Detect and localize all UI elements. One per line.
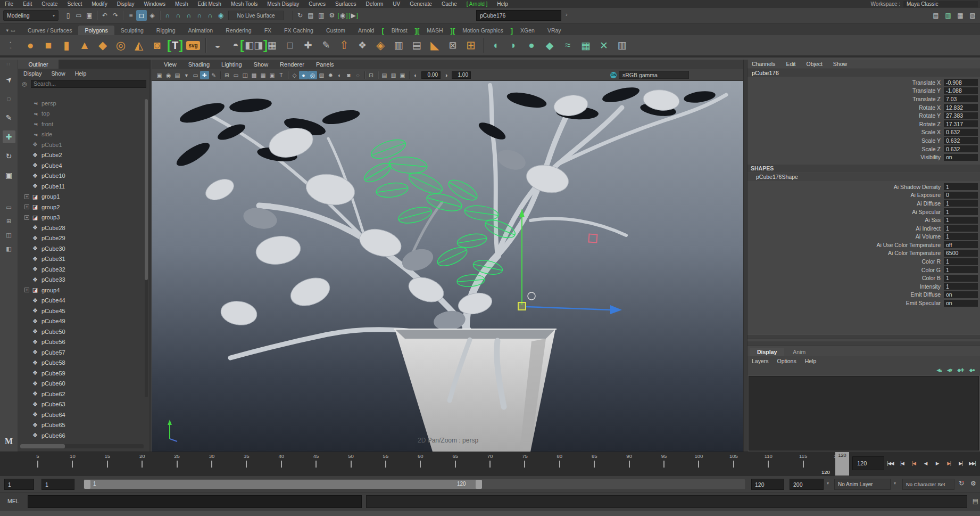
attribute-value-field[interactable]: 7.03 [944, 95, 978, 102]
poly-plane-icon[interactable]: ◆ [94, 36, 112, 54]
menu-item[interactable]: Modify [87, 1, 112, 7]
viewport-menu-item[interactable]: Panels [310, 61, 340, 68]
grid-icon[interactable]: ⊞ [222, 71, 231, 79]
workspace-dropdown[interactable]: Maya Classic [903, 1, 978, 7]
viewport-menu-item[interactable]: Renderer [274, 61, 310, 68]
create-layer-from-selected-icon[interactable]: ◆● [969, 367, 975, 373]
snap-to-projected-center-icon[interactable]: ∩ [194, 10, 205, 21]
layout-outliner-persp-button[interactable]: ◧ [4, 244, 14, 253]
animation-end-field[interactable]: 200 [790, 479, 824, 490]
lasso-tool[interactable]: ◌ [3, 92, 15, 105]
outliner-item[interactable]: pCube60 [18, 379, 146, 389]
range-start-handle[interactable] [84, 480, 90, 489]
panel-grip[interactable]: ⁞⁞ [6, 62, 11, 67]
panel-divider[interactable] [743, 60, 748, 452]
layer-editor-tab[interactable]: Display [750, 348, 784, 356]
expand-toggle[interactable]: + [24, 215, 29, 220]
panel-layout-icon[interactable]: ▥ [613, 36, 631, 54]
layout-two-pane-button[interactable]: ◫ [4, 231, 14, 239]
command-input[interactable] [28, 495, 362, 508]
outliner-item[interactable]: pCube33 [18, 275, 146, 285]
collapsed-pane-divider[interactable] [748, 334, 980, 347]
center-handle[interactable] [518, 302, 526, 310]
menu-item[interactable]: Mesh Display [262, 1, 304, 7]
attribute-value-field[interactable]: 0 [944, 192, 978, 199]
search-input[interactable] [31, 80, 146, 88]
viewport-3d-scene[interactable] [152, 81, 743, 452]
undo-icon[interactable]: ↶ [99, 10, 110, 21]
paste-pixels-icon[interactable]: ▥ [389, 71, 398, 79]
outliner-menu-item[interactable]: Display [23, 70, 41, 77]
curve-tool-icon[interactable]: ≈ [559, 36, 577, 54]
menu-item[interactable]: Display [112, 1, 139, 7]
attribute-value-field[interactable]: on [944, 154, 978, 161]
combine-separate-icon[interactable]: ◧◨ [245, 36, 263, 54]
attribute-value-field[interactable]: 0.632 [944, 145, 978, 152]
current-frame-field[interactable]: 120 [852, 456, 884, 470]
attribute-value-field[interactable]: 12.832 [944, 104, 978, 111]
anim-layer-dropdown[interactable]: No Anim Layer [834, 479, 891, 490]
outliner-item[interactable]: pCube32 [18, 264, 146, 275]
attribute-value-field[interactable]: on [944, 300, 978, 307]
append-polygon-icon[interactable]: □ [281, 36, 299, 54]
attribute-editor-toggle-icon[interactable]: ▤ [931, 10, 941, 21]
layer-editor-menu-item[interactable]: Help [805, 358, 817, 364]
extrude-icon[interactable]: ⇧ [335, 36, 353, 54]
motion-blur-icon[interactable]: ◌ [353, 71, 362, 79]
playback-range-bar[interactable]: 1 120 [83, 479, 746, 490]
open-scene-icon[interactable]: ▭ [73, 10, 84, 21]
outliner-item[interactable]: pCube28 [18, 223, 146, 233]
poly-cylinder-icon[interactable]: ▮ [57, 36, 76, 54]
tool-settings-toggle-icon[interactable]: ▥ [943, 10, 953, 21]
outliner-item[interactable]: pCube49 [18, 316, 146, 327]
menu-item[interactable]: Arnold [462, 1, 492, 7]
quad-draw-icon[interactable]: ◣ [426, 36, 444, 54]
menu-item[interactable]: Edit Mesh [193, 1, 226, 7]
outliner-item[interactable]: pCube45 [18, 306, 146, 316]
outliner-horizontal-scrollbar[interactable] [20, 444, 144, 448]
paint-select-tool[interactable]: ✎ [3, 111, 15, 124]
command-language-label[interactable]: MEL [7, 498, 19, 504]
target-weld-icon[interactable]: ⊠ [444, 36, 462, 54]
wireframe-icon[interactable]: ◇ [290, 71, 299, 79]
ipr-render-icon[interactable]: ▥ [316, 10, 327, 21]
snap-to-point-icon[interactable]: ∩ [184, 10, 194, 21]
poly-cube-icon[interactable]: ■ [39, 36, 57, 54]
time-slider[interactable]: 5 10 15 20 25 [0, 452, 980, 476]
shelf-collapse-icon[interactable]: ▪ [10, 40, 12, 45]
shelf-tab[interactable]: Arnold [352, 26, 380, 35]
make-live-icon[interactable]: ◉ [215, 10, 226, 21]
outliner-item[interactable]: pCube44 [18, 296, 146, 306]
create-empty-layer-icon[interactable]: ◆✚ [957, 367, 964, 373]
outliner-item[interactable]: pCube31 [18, 254, 146, 265]
shelf-tab[interactable]: VRay [541, 26, 568, 35]
layer-playback-icon[interactable]: ◀▾ [947, 367, 952, 373]
outliner-tab[interactable]: Outliner [18, 60, 59, 69]
image-plane-icon[interactable]: ▭ [191, 71, 200, 79]
layer-editor-menu-item[interactable]: Layers [752, 358, 769, 364]
rotate-tool[interactable]: ↻ [3, 150, 15, 162]
shelf-tab[interactable]: MASH [420, 26, 449, 35]
step-forward-key-button[interactable]: ▶| [943, 456, 954, 471]
bevel-icon[interactable]: ◈ [371, 36, 389, 54]
grease-pencil-icon[interactable]: ✎ [209, 71, 218, 79]
outliner-item[interactable]: pCube10 [18, 171, 146, 182]
viewport-menu-item[interactable]: Shading [182, 61, 215, 68]
new-scene-icon[interactable]: ▯ [63, 10, 73, 21]
outliner-item[interactable]: pCube50 [18, 326, 146, 337]
scale-tool[interactable]: ▣ [3, 169, 15, 182]
outliner-item[interactable]: top [18, 109, 146, 119]
sculpt-brush-icon[interactable]: ◖ [486, 36, 504, 54]
gamma-icon[interactable]: ◑ [442, 71, 451, 79]
smooth-shade-icon[interactable]: ● [299, 71, 308, 79]
outliner-item[interactable]: + group4 [18, 285, 146, 296]
smooth-brush-icon[interactable]: ◗ [504, 36, 522, 54]
outliner-item[interactable]: pCube56 [18, 337, 146, 348]
shelf-edit-icon[interactable]: ▫ [10, 46, 12, 51]
textured-icon[interactable]: ▨ [317, 71, 326, 79]
animation-start-field[interactable]: 1 [4, 479, 34, 490]
arnold-ipr-icon[interactable]: ▶ [348, 10, 359, 21]
outliner-item[interactable]: pCube64 [18, 409, 146, 420]
playback-end-field[interactable]: 120 [751, 479, 784, 490]
resolution-gate-icon[interactable]: ◫ [240, 71, 250, 79]
